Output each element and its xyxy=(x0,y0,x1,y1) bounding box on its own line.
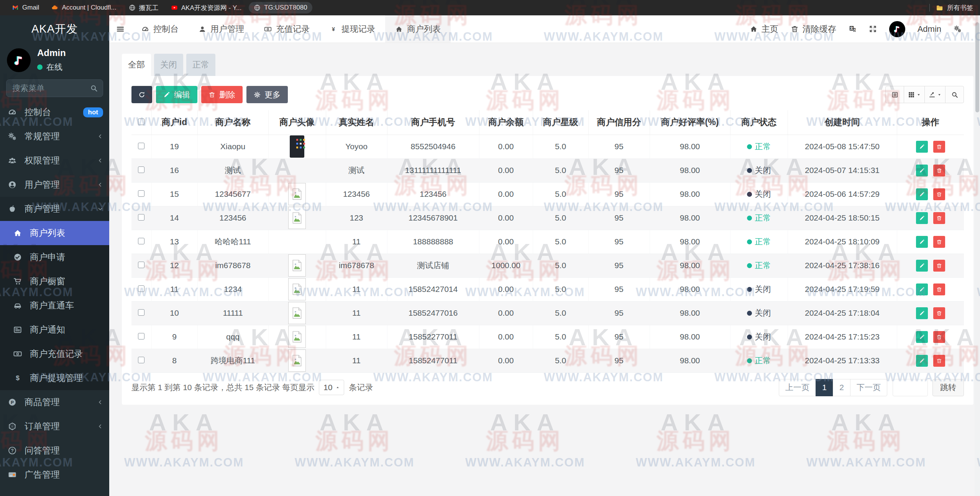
bookmark-item[interactable]: Account | Cloudfl... xyxy=(46,2,121,13)
column-header[interactable]: 商户id xyxy=(151,110,197,135)
row-edit-button[interactable] xyxy=(916,236,928,248)
sidebar-item[interactable]: 用户管理 xyxy=(0,173,109,197)
table-row[interactable]: 14 123456 123 12345678901 0.00 5.0 95 xyxy=(131,206,964,230)
column-header[interactable]: 商户手机号 xyxy=(387,110,479,135)
translate-icon[interactable]: 文A xyxy=(849,25,857,33)
bookmark-item[interactable]: TG:USDT8080 xyxy=(249,2,312,13)
column-header[interactable]: 商户名称 xyxy=(197,110,268,135)
sidebar-item[interactable]: 商户充值记录 xyxy=(0,342,109,366)
page-number-button[interactable]: 2 xyxy=(833,379,850,396)
page-number-button[interactable]: 1 xyxy=(816,379,833,396)
sidebar-item[interactable]: 商户通知 xyxy=(0,318,109,342)
column-header[interactable]: 操作 xyxy=(897,110,964,135)
row-checkbox[interactable] xyxy=(138,238,144,244)
merchant-avatar-image[interactable] xyxy=(288,284,306,293)
clear-cache-button[interactable]: 清除缓存 xyxy=(791,23,836,35)
sidebar-item[interactable]: 控制台 hot xyxy=(0,100,109,124)
more-button[interactable]: 更多 xyxy=(246,86,288,103)
filter-tab[interactable]: 全部 xyxy=(122,54,151,76)
merchant-avatar-image[interactable] xyxy=(288,356,306,364)
fullscreen-icon[interactable] xyxy=(869,25,877,33)
navbar-username[interactable]: Admin xyxy=(918,24,941,34)
scrollbar-track[interactable] xyxy=(975,15,980,496)
filter-tab[interactable]: 关闭 xyxy=(154,54,183,76)
column-header[interactable]: 商户信用分 xyxy=(588,110,650,135)
sidebar-item[interactable]: 常规管理 xyxy=(0,124,109,148)
row-edit-button[interactable] xyxy=(916,355,928,367)
table-row[interactable]: 12 im678678 im678678 测试店铺 1000.00 5.0 95 xyxy=(131,254,964,277)
scrollbar-thumb[interactable] xyxy=(975,22,979,112)
sidebar-item[interactable]: 商户直通车 xyxy=(0,293,109,318)
table-row[interactable]: 9 qqq 11 15852277011 0.00 5.0 95 98 xyxy=(131,325,964,349)
homepage-button[interactable]: 主页 xyxy=(750,23,778,35)
table-row[interactable]: 13 哈哈哈111 11 188888888 0.00 5.0 95 xyxy=(131,230,964,254)
navbar-avatar[interactable] xyxy=(889,21,905,37)
table-row[interactable]: 10 11111 11 15852477016 0.00 5.0 95 xyxy=(131,301,964,325)
column-header[interactable]: 商户头像 xyxy=(268,110,326,135)
settings-gears-icon[interactable] xyxy=(954,25,962,33)
row-delete-button[interactable] xyxy=(933,331,945,343)
export-button[interactable] xyxy=(924,86,946,103)
column-header[interactable]: 商户状态 xyxy=(730,110,788,135)
row-checkbox[interactable] xyxy=(138,143,144,149)
merchant-avatar-image[interactable] xyxy=(288,308,306,317)
row-checkbox[interactable] xyxy=(138,357,144,363)
navbar-tab[interactable]: 商户列表 xyxy=(385,15,451,43)
sidebar-item[interactable]: 商户橱窗 xyxy=(0,269,109,293)
table-row[interactable]: 11 1234 11 15852427014 0.00 5.0 95 xyxy=(131,277,964,301)
table-row[interactable]: 19 Xiaopu Yoyoo 8552504946 0.00 5.0 95 xyxy=(131,135,964,158)
row-edit-button[interactable] xyxy=(916,331,928,343)
row-delete-button[interactable] xyxy=(933,260,945,272)
navbar-tab[interactable]: 充值记录 xyxy=(254,15,320,43)
row-delete-button[interactable] xyxy=(933,188,945,200)
table-row[interactable]: 16 测试 测试 13111111111111 0.00 5.0 95 xyxy=(131,158,964,182)
navbar-tab[interactable]: 用户管理 xyxy=(189,15,254,43)
refresh-button[interactable] xyxy=(131,86,152,103)
merchant-avatar-image[interactable] xyxy=(288,189,306,198)
row-delete-button[interactable] xyxy=(933,355,945,367)
row-checkbox[interactable] xyxy=(138,190,144,197)
row-edit-button[interactable] xyxy=(916,212,928,224)
detail-view-button[interactable] xyxy=(885,86,904,103)
sidebar-item[interactable]: 商户申请 xyxy=(0,245,109,269)
delete-button[interactable]: 删除 xyxy=(201,86,243,103)
column-header[interactable]: 商户余额 xyxy=(479,110,533,135)
column-header[interactable]: 商户好评率(%) xyxy=(650,110,730,135)
sidebar-item[interactable]: 权限管理 xyxy=(0,148,109,173)
merchant-avatar-image[interactable] xyxy=(288,332,306,341)
row-checkbox[interactable] xyxy=(138,214,144,221)
next-page-button[interactable]: 下一页 xyxy=(850,379,887,396)
sidebar-toggle-button[interactable] xyxy=(109,15,131,43)
row-delete-button[interactable] xyxy=(933,307,945,319)
row-edit-button[interactable] xyxy=(916,260,928,272)
all-bookmarks-button[interactable]: 所有书签 xyxy=(936,3,973,12)
bookmark-item[interactable]: 搬瓦工 xyxy=(124,2,164,14)
jump-button[interactable]: 跳转 xyxy=(932,379,964,396)
edit-button[interactable]: 编辑 xyxy=(156,86,197,103)
merchant-avatar-image[interactable] xyxy=(290,142,304,150)
row-edit-button[interactable] xyxy=(916,165,928,176)
bookmark-item[interactable]: Gmail xyxy=(7,2,44,13)
sidebar-item[interactable]: 订单管理 xyxy=(0,414,109,438)
row-delete-button[interactable] xyxy=(933,165,945,176)
navbar-tab[interactable]: 控制台 xyxy=(131,15,189,43)
row-edit-button[interactable] xyxy=(916,188,928,200)
sidebar-item[interactable]: 广告管理 xyxy=(0,463,109,487)
row-edit-button[interactable] xyxy=(916,141,928,153)
merchant-avatar-image[interactable] xyxy=(288,260,306,269)
table-row[interactable]: 8 跨境电商111 11 15852477011 0.00 5.0 95 xyxy=(131,349,964,372)
sidebar-item[interactable]: 商户管理 xyxy=(0,197,109,221)
row-delete-button[interactable] xyxy=(933,212,945,224)
navbar-tab[interactable]: ¥ 提现记录 xyxy=(320,15,385,43)
search-toggle-button[interactable] xyxy=(945,86,964,103)
sidebar-item[interactable]: 商户列表 xyxy=(0,221,109,245)
merchant-avatar-image[interactable] xyxy=(288,213,306,222)
column-header[interactable]: 真实姓名 xyxy=(326,110,387,135)
filter-tab[interactable]: 正常 xyxy=(186,54,215,76)
row-checkbox[interactable] xyxy=(138,309,144,316)
sidebar-item[interactable]: $ 商户提现管理 xyxy=(0,366,109,390)
page-size-select[interactable]: 10 xyxy=(319,380,344,395)
row-checkbox[interactable] xyxy=(138,333,144,339)
column-header[interactable]: 创建时间 xyxy=(788,110,897,135)
row-delete-button[interactable] xyxy=(933,141,945,153)
